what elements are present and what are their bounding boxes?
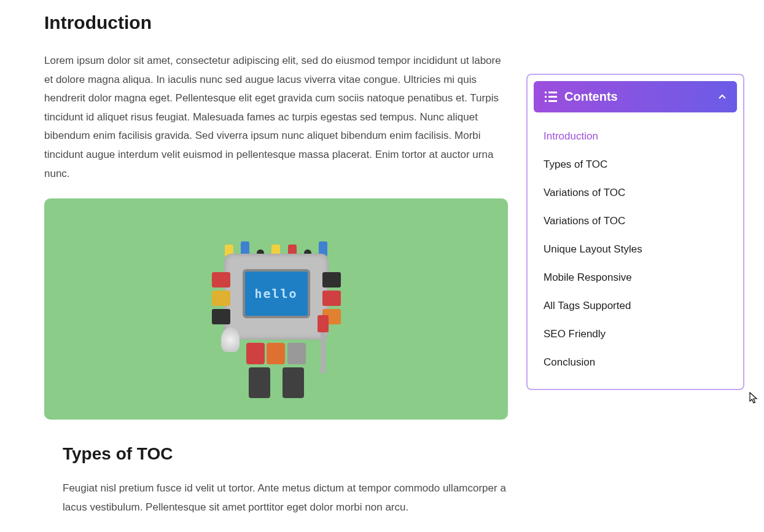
intro-text: Lorem ipsum dolor sit amet, consectetur …: [44, 52, 508, 183]
types-text: Feugiat nisl pretium fusce id velit ut t…: [44, 479, 508, 517]
svg-rect-2: [545, 96, 547, 98]
toc-item-5[interactable]: Mobile Responsive: [537, 264, 733, 292]
toc-title: Contents: [564, 90, 618, 104]
toc-header[interactable]: Contents: [534, 81, 737, 112]
featured-image: hello: [44, 198, 508, 420]
toc-item-0[interactable]: Introduction: [537, 122, 733, 151]
toc-item-1[interactable]: Types of TOC: [537, 151, 733, 179]
list-icon: [545, 92, 557, 103]
toc-item-4[interactable]: Unique Layout Styles: [537, 235, 733, 264]
robot-screen-text: hello: [243, 269, 310, 318]
toc-item-6[interactable]: All Tags Supported: [537, 292, 733, 320]
chevron-up-icon: [719, 93, 726, 101]
toc-list: IntroductionTypes of TOCVariations of TO…: [534, 119, 737, 383]
toc-item-3[interactable]: Variations of TOC: [537, 207, 733, 235]
svg-rect-3: [548, 96, 557, 98]
svg-rect-0: [545, 92, 547, 93]
robot-illustration: hello: [209, 235, 344, 407]
main-content: Introduction Lorem ipsum dolor sit amet,…: [20, 12, 508, 532]
svg-rect-1: [548, 92, 557, 93]
toc-item-7[interactable]: SEO Friendly: [537, 320, 733, 348]
intro-heading: Introduction: [44, 12, 508, 33]
toc-box: Contents IntroductionTypes of TOCVariati…: [526, 74, 744, 390]
svg-rect-5: [548, 100, 557, 102]
svg-rect-4: [545, 100, 547, 102]
toc-item-8[interactable]: Conclusion: [537, 348, 733, 377]
toc-item-2[interactable]: Variations of TOC: [537, 179, 733, 207]
sidebar: Contents IntroductionTypes of TOCVariati…: [526, 74, 744, 390]
cursor-icon: [749, 392, 759, 404]
types-heading: Types of TOC: [44, 444, 508, 464]
